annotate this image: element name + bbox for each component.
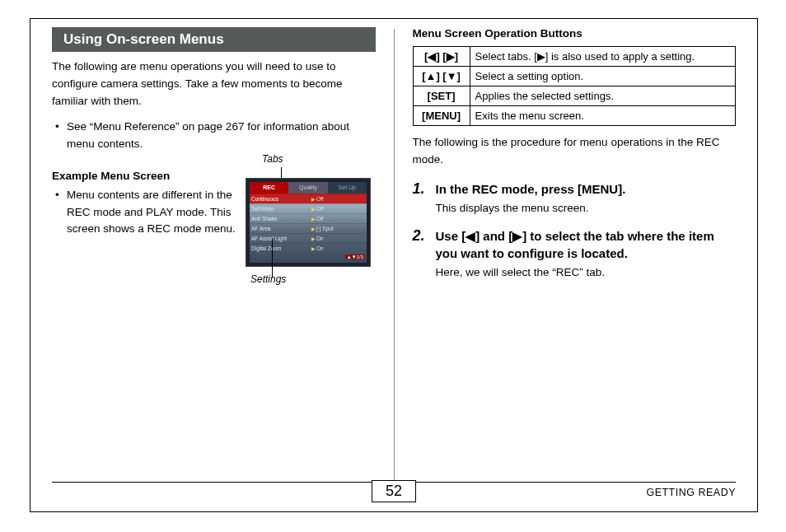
menu-row-label: AF Assist Light [251,236,311,241]
example-figure: Tabs REC Quality Set Up Continuous [246,158,376,267]
menu-rows: Continuous ▶ Off Self-timer ▶ Off [250,194,367,263]
chevron-right-icon: ▶ [311,226,316,231]
callout-label-settings: Settings [250,273,286,285]
menu-row-label: Continuous [251,196,311,202]
step-title: In the REC mode, press [MENU]. [436,180,737,198]
two-column-layout: Using On-screen Menus The following are … [30,27,757,486]
menu-row-value: Off [316,196,365,202]
op-key: [◀] [▶] [413,47,470,67]
menu-row-value: [·] Spot [316,226,365,231]
bullet-item: • Menu contents are different in the REC… [52,187,237,239]
menu-row: AF Area ▶ [·] Spot [250,223,367,233]
op-desc: Select tabs. [▶] is also used to apply a… [470,47,735,67]
steps-list: 1. In the REC mode, press [MENU]. This d… [413,180,737,282]
menu-row: Continuous ▶ Off [250,194,367,203]
op-desc: Select a setting option. [470,67,735,86]
menu-screenshot: REC Quality Set Up Continuous ▶ Off [246,178,371,267]
page-footer: 52 GETTING READY [30,482,757,506]
bullet-dot-icon: • [52,187,67,239]
step-subtext: Here, we will select the “REC” tab. [436,264,737,282]
menu-row: Self-timer ▶ Off [250,203,367,213]
left-column: Using On-screen Menus The following are … [30,27,394,486]
menu-row-value: On [316,245,365,251]
step-title: Use [◀] and [▶] to select the tab where … [436,227,737,262]
step-item: 1. In the REC mode, press [MENU]. This d… [413,180,737,217]
step-subtext: This displays the menu screen. [436,200,737,217]
ops-heading: Menu Screen Operation Buttons [413,27,737,40]
bullet-dot-icon: • [52,119,67,153]
example-heading: Example Menu Screen [52,170,237,182]
menu-row-label: Self-timer [251,206,311,212]
menu-row-label: Digital Zoom [251,245,311,251]
table-row: [▲] [▼] Select a setting option. [413,67,736,86]
chevron-right-icon: ▶ [311,236,316,241]
menu-row-value: Off [316,216,365,222]
menu-row-value: Off [316,206,365,212]
op-key: [▲] [▼] [413,67,470,86]
chevron-right-icon: ▶ [311,216,316,222]
op-key: [MENU] [413,106,470,126]
right-column: Menu Screen Operation Buttons [◀] [▶] Se… [395,27,758,486]
menu-row: Digital Zoom ▶ On [250,243,367,253]
page-frame: Using On-screen Menus The following are … [30,18,758,512]
example-row: Example Menu Screen • Menu contents are … [52,158,376,267]
menu-row-label: Anti Shake [251,216,311,222]
menu-row-value: On [316,236,365,241]
step-number: 1. [413,180,436,217]
callout-label-tabs: Tabs [262,153,283,165]
table-row: [SET] Applies the selected settings. [413,86,736,106]
op-desc: Applies the selected settings. [470,86,735,106]
bullet-text: Menu contents are different in the REC m… [67,187,237,239]
menu-tab-rec: REC [250,182,288,194]
intro-paragraph: The following are menu operations you wi… [52,58,376,110]
table-row: [MENU] Exits the menu screen. [413,106,736,126]
step-item: 2. Use [◀] and [▶] to select the tab whe… [413,227,737,282]
after-table-text: The following is the procedure for menu … [413,134,737,169]
chevron-right-icon: ▶ [311,245,316,251]
page-number: 52 [372,480,416,502]
leader-line-icon [272,238,273,278]
menu-tab-setup: Set Up [328,182,367,194]
operation-buttons-table: [◀] [▶] Select tabs. [▶] is also used to… [413,46,737,126]
footer-section-label: GETTING READY [646,487,736,498]
step-number: 2. [413,227,436,282]
step-body: Use [◀] and [▶] to select the tab where … [436,227,737,282]
chevron-right-icon: ▶ [311,196,316,202]
bullet-text: See “Menu Reference” on page 267 for inf… [67,119,376,153]
example-text-block: Example Menu Screen • Menu contents are … [52,158,237,267]
menu-row: AF Assist Light ▶ On [250,233,367,243]
menu-page-indicator-row: ▲▼1/3 [250,253,367,261]
op-desc: Exits the menu screen. [470,106,735,126]
op-key: [SET] [413,86,470,106]
menu-screenshot-inner: REC Quality Set Up Continuous ▶ Off [250,182,367,263]
menu-row-label: AF Area [251,226,311,231]
table-row: [◀] [▶] Select tabs. [▶] is also used to… [413,47,736,67]
bullet-item: • See “Menu Reference” on page 267 for i… [52,119,376,153]
menu-row: Anti Shake ▶ Off [250,213,367,223]
chevron-right-icon: ▶ [311,206,316,212]
menu-page-indicator: ▲▼1/3 [345,254,365,259]
menu-tabs-bar: REC Quality Set Up [250,182,367,194]
section-heading: Using On-screen Menus [52,27,376,52]
menu-tab-quality: Quality [288,182,327,194]
step-body: In the REC mode, press [MENU]. This disp… [436,180,737,217]
